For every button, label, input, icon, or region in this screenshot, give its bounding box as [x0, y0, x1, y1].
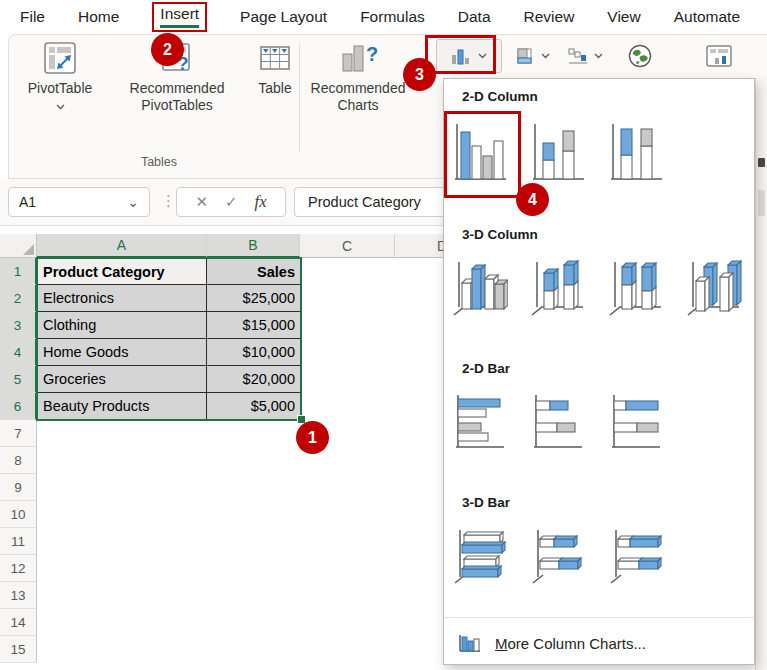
column-header-c[interactable]: C	[300, 234, 395, 258]
section-heading-2d-bar: 2-D Bar	[462, 361, 510, 376]
data-table: Product Category Sales Electronics $25,0…	[37, 258, 301, 420]
excel-window: File Home Insert Page Layout Formulas Da…	[0, 0, 767, 670]
chevron-down-icon	[478, 53, 487, 59]
insert-maps-button[interactable]	[618, 39, 662, 73]
menu-item-insert[interactable]: Insert	[152, 2, 207, 32]
row-header-5[interactable]: 5	[0, 366, 37, 393]
svg-text:?: ?	[366, 43, 378, 65]
chart-type-3d-clustered-bar[interactable]	[448, 519, 512, 593]
menu-item-view[interactable]: View	[607, 8, 640, 26]
menu-item-automate[interactable]: Automate	[674, 8, 740, 26]
row-header-4[interactable]: 4	[0, 339, 37, 366]
chart-type-100-stacked-column[interactable]	[604, 115, 668, 189]
chart-type-stacked-bar[interactable]	[526, 385, 590, 459]
row-header-9[interactable]: 9	[0, 474, 37, 501]
row-header-14[interactable]: 14	[0, 609, 37, 636]
more-column-charts-item[interactable]: More Column Charts...	[444, 625, 754, 661]
row-header-7[interactable]: 7	[0, 420, 37, 447]
column-header-a[interactable]: A	[37, 234, 207, 258]
name-box[interactable]: A1 ⌄	[8, 187, 150, 217]
cell-b5[interactable]: $20,000	[207, 366, 301, 393]
annotation-step-1: 1	[296, 421, 329, 454]
annotation-step-4: 4	[516, 183, 549, 216]
menu-item-home[interactable]: Home	[78, 8, 119, 26]
cell-a4[interactable]: Home Goods	[37, 339, 207, 366]
row-header-15[interactable]: 15	[0, 636, 37, 663]
pivottable-icon	[15, 41, 105, 75]
3d-clustered-bar-icon	[452, 525, 508, 587]
3d-clustered-column-icon	[452, 257, 508, 319]
annotation-step-3: 3	[403, 58, 436, 91]
section-heading-2d-column: 2-D Column	[462, 89, 538, 104]
recommended-charts-button[interactable]: ? Recommended Charts	[307, 41, 409, 114]
section-heading-3d-bar: 3-D Bar	[462, 495, 510, 510]
cell-a1[interactable]: Product Category	[37, 258, 207, 285]
more-column-charts-label: More Column Charts...	[495, 635, 646, 652]
row-header-12[interactable]: 12	[0, 555, 37, 582]
column-header-b[interactable]: B	[207, 234, 300, 258]
cell-a5[interactable]: Groceries	[37, 366, 207, 393]
cell-a6[interactable]: Beauty Products	[37, 393, 207, 420]
row-header-3[interactable]: 3	[0, 312, 37, 339]
stacked-bar-icon	[530, 391, 586, 453]
recommended-pivottables-label-2: PivotTables	[107, 97, 247, 114]
formula-bar-options-icon[interactable]: ⋮	[161, 192, 176, 210]
chart-type-clustered-column[interactable]	[448, 115, 512, 189]
insert-function-icon[interactable]: fx	[255, 192, 267, 212]
chart-type-3d-column[interactable]	[682, 251, 746, 325]
menu-item-page-layout[interactable]: Page Layout	[240, 8, 327, 26]
stacked-column-icon	[530, 121, 586, 183]
column-chart-icon	[451, 48, 473, 65]
menu-item-formulas[interactable]: Formulas	[360, 8, 425, 26]
table-label: Table	[247, 80, 303, 97]
cancel-icon[interactable]: ✕	[195, 193, 208, 211]
chart-type-3d-clustered-column[interactable]	[448, 251, 512, 325]
tables-group-label: Tables	[17, 155, 301, 169]
chart-type-3d-100-stacked-bar[interactable]	[604, 519, 668, 593]
enter-icon[interactable]: ✓	[225, 193, 238, 211]
cell-b6[interactable]: $5,000	[207, 393, 301, 420]
chart-type-3d-stacked-bar[interactable]	[526, 519, 590, 593]
chart-type-100-stacked-bar[interactable]	[604, 385, 668, 459]
row-header-11[interactable]: 11	[0, 528, 37, 555]
100-stacked-bar-icon	[608, 391, 664, 453]
insert-column-chart-button[interactable]	[436, 39, 502, 73]
name-box-dropdown-icon[interactable]: ⌄	[127, 194, 139, 210]
table-button[interactable]: Table	[247, 41, 303, 97]
vertical-scrollbar	[755, 78, 767, 670]
row-header-2[interactable]: 2	[0, 285, 37, 312]
row-header-10[interactable]: 10	[0, 501, 37, 528]
row-header-8[interactable]: 8	[0, 447, 37, 474]
table-icon	[247, 41, 303, 75]
menu-item-data[interactable]: Data	[458, 8, 491, 26]
chart-type-3d-100-stacked-column[interactable]	[604, 251, 668, 325]
cell-a2[interactable]: Electronics	[37, 285, 207, 312]
chart-type-3d-stacked-column[interactable]	[526, 251, 590, 325]
menu-item-file[interactable]: File	[20, 8, 45, 26]
formula-bar-buttons: ✕ ✓ fx	[176, 187, 286, 217]
insert-pivotchart-button[interactable]	[693, 39, 745, 73]
recommended-charts-label-2: Charts	[307, 97, 409, 114]
insert-hierarchy-chart-button[interactable]	[510, 39, 556, 73]
ribbon-group-separator	[299, 43, 300, 151]
row-header-13[interactable]: 13	[0, 582, 37, 609]
select-all-corner[interactable]	[0, 234, 37, 258]
insert-waterfall-chart-button[interactable]	[562, 39, 608, 73]
pivottable-button[interactable]: PivotTable	[15, 41, 105, 113]
chart-type-clustered-bar[interactable]	[448, 385, 512, 459]
clustered-bar-icon	[452, 391, 508, 453]
cell-b2[interactable]: $25,000	[207, 285, 301, 312]
chart-type-stacked-column[interactable]	[526, 115, 590, 189]
cell-b1[interactable]: Sales	[207, 258, 301, 285]
menu-item-review[interactable]: Review	[524, 8, 575, 26]
scrollbar-thumb[interactable]	[758, 190, 765, 216]
row-header-6[interactable]: 6	[0, 393, 37, 420]
chevron-down-icon	[56, 104, 65, 110]
table-row: Product Category Sales	[37, 258, 301, 285]
cell-a3[interactable]: Clothing	[37, 312, 207, 339]
scrollbar-top-icon	[758, 158, 765, 167]
row-header-1[interactable]: 1	[0, 258, 37, 285]
cell-b4[interactable]: $10,000	[207, 339, 301, 366]
cell-b3[interactable]: $15,000	[207, 312, 301, 339]
pivottable-label: PivotTable	[15, 80, 105, 97]
